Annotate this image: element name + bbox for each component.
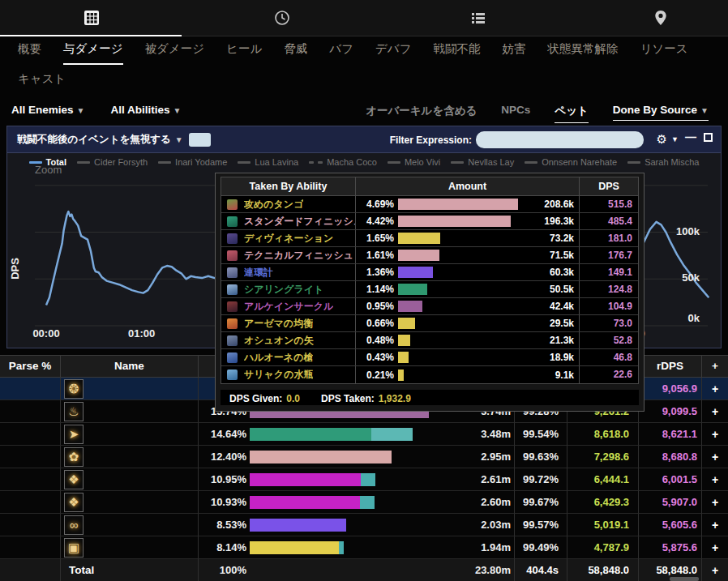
table-row[interactable]: ▣8.14%1.94m99.49%4,787.95,875.6+	[0, 536, 728, 559]
ability-pct: 0.66%	[356, 318, 398, 329]
total-expand-button[interactable]: +	[702, 564, 728, 577]
total-pct: 100%	[199, 564, 250, 576]
job-icon: ❖	[64, 470, 84, 489]
amount-cell: 12.40%2.95m	[199, 446, 515, 468]
expand-row-button[interactable]: +	[702, 541, 728, 554]
horizontal-scrollbar-thumb[interactable]	[670, 577, 699, 581]
filters-left: All Enemies▼All Abilities▼	[11, 104, 181, 120]
amount-bar	[250, 496, 375, 509]
name-cell: ✿	[61, 446, 199, 468]
table-row[interactable]: ❖10.93%2.60m99.67%6,429.35,907.0+	[0, 491, 728, 514]
tab-被ダメージ[interactable]: 被ダメージ	[145, 41, 205, 65]
dps-given-label: DPS Given:	[229, 393, 282, 404]
location-pin-icon[interactable]	[653, 10, 669, 26]
table-row[interactable]: ➤14.64%3.48m99.54%8,618.08,621.1+	[0, 423, 728, 446]
header-name[interactable]: Name	[61, 356, 199, 378]
plus-cell: +	[702, 514, 728, 536]
rdps-cell: 9,056.9	[639, 378, 702, 400]
tab-戦闘不能[interactable]: 戦闘不能	[433, 41, 480, 65]
ability-icon	[227, 199, 238, 210]
dps-cell: 5,019.1	[567, 514, 639, 536]
y-axis-label: DPS	[9, 258, 21, 280]
amount-cell: 14.64%3.48m	[199, 423, 515, 446]
ability-pct: 0.21%	[356, 370, 398, 381]
clock-icon[interactable]	[274, 10, 290, 26]
table-row[interactable]: ❖10.95%2.61m99.72%6,444.16,001.5+	[0, 468, 728, 491]
tooltip-row: テクニカルフィニッシュ1.61%71.5k176.7	[221, 247, 638, 264]
filter-label: オーバーキルを含める	[366, 105, 477, 117]
chevron-down-icon: ▼	[173, 106, 181, 115]
amount-cell: 10.93%2.60m	[199, 491, 515, 514]
plus-cell: +	[702, 423, 728, 446]
amount-pct: 12.40%	[199, 451, 250, 463]
rdps-cell: 6,001.5	[639, 468, 702, 491]
tab-リソース[interactable]: リソース	[640, 41, 687, 65]
tab-状態異常解除[interactable]: 状態異常解除	[547, 41, 618, 65]
active-cell: 99.67%	[515, 491, 567, 514]
dps-taken-value: 1,932.9	[379, 393, 411, 404]
ability-pct: 0.95%	[356, 301, 398, 312]
ability-icon	[227, 318, 238, 329]
tab-キャスト[interactable]: キャスト	[18, 71, 66, 95]
ability-amount: 18.9k	[550, 352, 579, 363]
filter-All Enemies[interactable]: All Enemies▼	[11, 104, 84, 120]
table-row[interactable]: ∞8.53%2.03m99.57%5,019.15,605.6+	[0, 514, 728, 536]
expand-row-button[interactable]: +	[702, 405, 728, 418]
name-cell: ❖	[61, 468, 199, 491]
filter-ペット[interactable]: ペット	[555, 104, 588, 123]
ability-dps: 149.1	[580, 264, 638, 280]
expand-row-button[interactable]: +	[702, 451, 728, 464]
expand-row-button[interactable]: +	[702, 519, 728, 532]
amount-bar	[250, 519, 346, 532]
bar-segment	[250, 519, 346, 532]
list-icon[interactable]	[470, 10, 486, 26]
expand-row-button[interactable]: +	[702, 428, 728, 441]
tab-バフ[interactable]: バフ	[329, 41, 353, 65]
rdps-cell: 8,621.1	[639, 423, 702, 446]
filter-Done By Source[interactable]: Done By Source▼	[613, 104, 709, 121]
tab-ヒール[interactable]: ヒール	[226, 41, 262, 65]
amount-bar	[250, 451, 392, 464]
filter-NPCs[interactable]: NPCs	[501, 104, 530, 120]
tooltip-row: サリャクの水瓶0.21%9.1k22.6	[221, 366, 638, 383]
tooltip-row: ハルオーネの槍0.43%18.9k46.8	[221, 349, 638, 366]
dps-value: 7,298.6	[567, 451, 638, 463]
ability-pct: 1.65%	[356, 233, 398, 244]
table-row[interactable]: ✿12.40%2.95m99.63%7,298.68,680.8+	[0, 446, 728, 468]
job-icon: ➤	[64, 425, 84, 444]
amount-value: 2.60m	[481, 496, 514, 508]
ability-name: ハルオーネの槍	[244, 351, 313, 365]
bar-segment	[250, 428, 371, 441]
filter-オーバーキルを含める[interactable]: オーバーキルを含める	[366, 104, 477, 122]
tab-デバフ[interactable]: デバフ	[375, 41, 412, 65]
expand-row-button[interactable]: +	[702, 473, 728, 486]
tab-与ダメージ[interactable]: 与ダメージ	[63, 41, 123, 65]
ability-dps: 485.4	[580, 213, 638, 229]
expand-row-button[interactable]: +	[702, 496, 728, 509]
filter-All Abilities[interactable]: All Abilities▼	[110, 104, 181, 120]
rdps-cell: 5,875.6	[639, 536, 702, 559]
tooltip-amount-cell: 1.36%60.3k	[356, 264, 580, 280]
tooltip-ability-cell: スタンダードフィニッシュ	[221, 213, 356, 229]
y-tick-50k: 50k	[651, 271, 700, 284]
tab-脅威[interactable]: 脅威	[284, 41, 307, 65]
tab-妨害[interactable]: 妨害	[502, 41, 525, 65]
ability-name: 攻めのタンゴ	[244, 198, 303, 211]
ability-dps: 52.8	[580, 332, 638, 348]
tooltip-amount-cell: 1.14%50.5k	[356, 281, 580, 297]
rdps-cell: 5,605.6	[639, 514, 702, 536]
dps-value: 5,019.1	[567, 519, 638, 531]
tooltip-table-header: Taken By Ability Amount DPS	[221, 177, 638, 196]
filter-label: All Enemies	[11, 104, 74, 116]
amount-cell: 8.53%2.03m	[199, 514, 515, 536]
rdps-value: 5,605.6	[639, 519, 701, 531]
dps-value: 6,429.3	[567, 496, 638, 508]
header-parse[interactable]: Parse %	[0, 356, 61, 378]
header-rdps[interactable]: rDPS	[639, 356, 702, 378]
header-plus[interactable]: +	[702, 356, 728, 378]
active-value: 99.72%	[515, 473, 567, 485]
tooltip-amount-cell: 0.48%21.3k	[356, 332, 580, 348]
tab-概要[interactable]: 概要	[18, 41, 41, 65]
grid-icon[interactable]	[84, 10, 100, 26]
expand-row-button[interactable]: +	[702, 382, 728, 395]
